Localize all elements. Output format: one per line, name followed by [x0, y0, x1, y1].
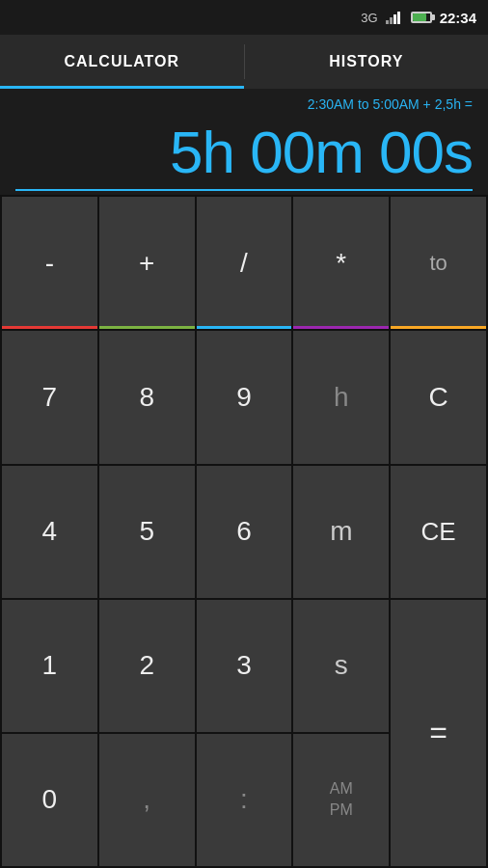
- result-display: 5h 00m 00s: [15, 120, 473, 185]
- app-screen: 3G 22:34 CALCULATOR HISTORY 2:30AM to 5:…: [0, 0, 488, 868]
- plus-button[interactable]: +: [99, 197, 195, 329]
- to-button[interactable]: to: [391, 197, 486, 329]
- h-button[interactable]: h: [293, 331, 389, 463]
- tab-calculator[interactable]: CALCULATOR: [0, 35, 244, 89]
- three-button[interactable]: 3: [197, 600, 292, 732]
- ce-button[interactable]: CE: [391, 466, 486, 598]
- one-button[interactable]: 1: [2, 600, 97, 732]
- status-bar: 3G 22:34: [0, 0, 488, 35]
- equals-button[interactable]: =: [391, 600, 486, 866]
- minus-button[interactable]: -: [2, 197, 97, 329]
- seven-button[interactable]: 7: [2, 331, 97, 463]
- colon-button[interactable]: :: [197, 734, 292, 866]
- signal-label: 3G: [361, 11, 377, 25]
- eight-button[interactable]: 8: [99, 331, 195, 463]
- s-button[interactable]: s: [293, 600, 389, 732]
- battery-icon: [411, 12, 432, 23]
- divide-button[interactable]: /: [197, 197, 292, 329]
- four-button[interactable]: 4: [2, 466, 97, 598]
- expression-display: 2:30AM to 5:00AM + 2,5h =: [15, 96, 473, 120]
- svg-rect-3: [397, 12, 400, 24]
- comma-button[interactable]: ,: [99, 734, 195, 866]
- display-underline: [15, 189, 473, 191]
- display-area: 2:30AM to 5:00AM + 2,5h = 5h 00m 00s: [0, 89, 488, 195]
- six-button[interactable]: 6: [197, 466, 292, 598]
- c-button[interactable]: C: [391, 331, 486, 463]
- zero-button[interactable]: 0: [2, 734, 97, 866]
- multiply-button[interactable]: *: [293, 197, 389, 329]
- signal-icon: [386, 11, 403, 24]
- tab-history[interactable]: HISTORY: [245, 35, 489, 89]
- m-button[interactable]: m: [293, 466, 389, 598]
- svg-rect-1: [390, 17, 393, 24]
- ampm-button[interactable]: AMPM: [293, 734, 389, 866]
- svg-rect-2: [393, 14, 396, 24]
- keypad: - + / * to 7 8 9 h C 4: [0, 195, 488, 868]
- five-button[interactable]: 5: [99, 466, 195, 598]
- nine-button[interactable]: 9: [197, 331, 292, 463]
- battery-fill: [413, 14, 426, 21]
- tabs-bar: CALCULATOR HISTORY: [0, 35, 488, 89]
- two-button[interactable]: 2: [99, 600, 195, 732]
- clock: 22:34: [440, 10, 476, 26]
- svg-rect-0: [386, 20, 389, 24]
